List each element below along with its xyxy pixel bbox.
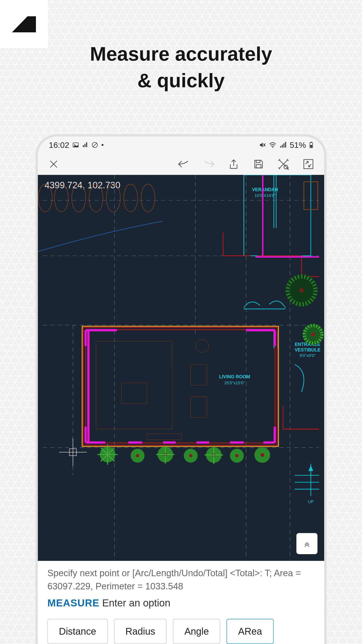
status-bar: 16:02 • 51% bbox=[38, 136, 324, 153]
svg-line-24 bbox=[287, 168, 289, 170]
console-command: MEASURE bbox=[47, 597, 99, 608]
svg-rect-13 bbox=[285, 142, 286, 148]
svg-point-39 bbox=[106, 184, 120, 212]
save-button[interactable] bbox=[252, 158, 265, 171]
svg-point-103 bbox=[261, 453, 264, 457]
svg-rect-4 bbox=[86, 142, 87, 147]
undo-button[interactable] bbox=[177, 158, 191, 171]
dot-icon: • bbox=[101, 141, 104, 149]
console-log: Specify next point or [Arc/Length/Undo/T… bbox=[47, 566, 315, 593]
expand-panel-button[interactable] bbox=[296, 533, 318, 554]
svg-rect-54 bbox=[83, 328, 277, 446]
mute-icon bbox=[259, 142, 266, 148]
svg-rect-12 bbox=[284, 143, 284, 148]
svg-rect-68 bbox=[121, 383, 147, 404]
entrance-dim: 9'0"x9'0" bbox=[300, 353, 315, 358]
svg-rect-25 bbox=[304, 160, 313, 169]
up-label: UP bbox=[308, 499, 314, 504]
svg-rect-72 bbox=[147, 434, 181, 440]
no-data-icon bbox=[92, 142, 98, 148]
fullscreen-button[interactable] bbox=[302, 158, 315, 171]
drawing-canvas[interactable]: 4399.724, 102.730 bbox=[38, 175, 324, 561]
svg-rect-3 bbox=[84, 144, 85, 147]
svg-rect-10 bbox=[280, 146, 281, 148]
close-button[interactable] bbox=[47, 158, 60, 171]
svg-point-101 bbox=[235, 454, 239, 457]
entrance-label2: VESTIBULE bbox=[295, 348, 320, 352]
phone-frame: 16:02 • 51% bbox=[35, 134, 327, 644]
svg-point-9 bbox=[272, 147, 273, 148]
svg-point-95 bbox=[189, 454, 192, 457]
verandah-dim: 10'0"X16'6" bbox=[255, 193, 276, 198]
svg-rect-19 bbox=[256, 160, 260, 163]
option-angle[interactable]: Angle bbox=[173, 619, 220, 644]
svg-rect-16 bbox=[310, 145, 312, 147]
svg-point-35 bbox=[38, 184, 52, 212]
signal-bars-icon bbox=[82, 142, 88, 148]
option-area[interactable]: ARea bbox=[227, 619, 273, 644]
svg-point-40 bbox=[124, 184, 138, 212]
status-time: 16:02 bbox=[49, 140, 69, 150]
living-room-dim: 25'0"x15'0" bbox=[224, 380, 245, 385]
redo-button[interactable] bbox=[202, 158, 215, 171]
svg-point-78 bbox=[300, 288, 304, 292]
svg-point-81 bbox=[311, 332, 315, 336]
svg-rect-53 bbox=[86, 330, 275, 443]
battery-percent: 51% bbox=[290, 140, 306, 150]
page-headline: Measure accurately & quickly bbox=[0, 41, 362, 94]
svg-point-71 bbox=[196, 340, 209, 352]
svg-point-1 bbox=[74, 144, 75, 145]
svg-point-37 bbox=[72, 184, 86, 212]
svg-rect-15 bbox=[311, 142, 312, 142]
headline-line1: Measure accurately bbox=[90, 43, 272, 65]
svg-point-89 bbox=[136, 454, 139, 457]
share-button[interactable] bbox=[227, 158, 240, 171]
option-radius[interactable]: Radius bbox=[114, 619, 167, 644]
wifi-icon bbox=[269, 142, 276, 148]
svg-rect-70 bbox=[191, 397, 207, 418]
svg-line-6 bbox=[93, 143, 97, 147]
svg-rect-20 bbox=[256, 164, 261, 168]
image-icon bbox=[72, 142, 79, 148]
svg-rect-2 bbox=[83, 145, 84, 147]
verandah-label: VERANDAH bbox=[252, 187, 278, 192]
measure-selection bbox=[82, 326, 279, 446]
svg-point-38 bbox=[89, 184, 103, 212]
option-distance[interactable]: Distance bbox=[47, 619, 108, 644]
cell-signal-icon bbox=[280, 142, 286, 148]
app-toolbar bbox=[38, 153, 324, 175]
battery-icon bbox=[309, 142, 313, 148]
console-prompt: Enter an option bbox=[102, 597, 170, 608]
svg-point-41 bbox=[141, 184, 155, 212]
headline-line2: & quickly bbox=[137, 70, 225, 91]
measure-options: Distance Radius Angle ARea bbox=[38, 612, 324, 644]
svg-rect-11 bbox=[282, 145, 283, 148]
svg-point-36 bbox=[54, 184, 68, 212]
living-room-label: LIVING ROOM bbox=[219, 374, 250, 379]
command-console: Specify next point or [Arc/Length/Undo/T… bbox=[38, 561, 324, 612]
zoom-extents-button[interactable] bbox=[277, 158, 290, 171]
svg-rect-69 bbox=[191, 364, 207, 385]
